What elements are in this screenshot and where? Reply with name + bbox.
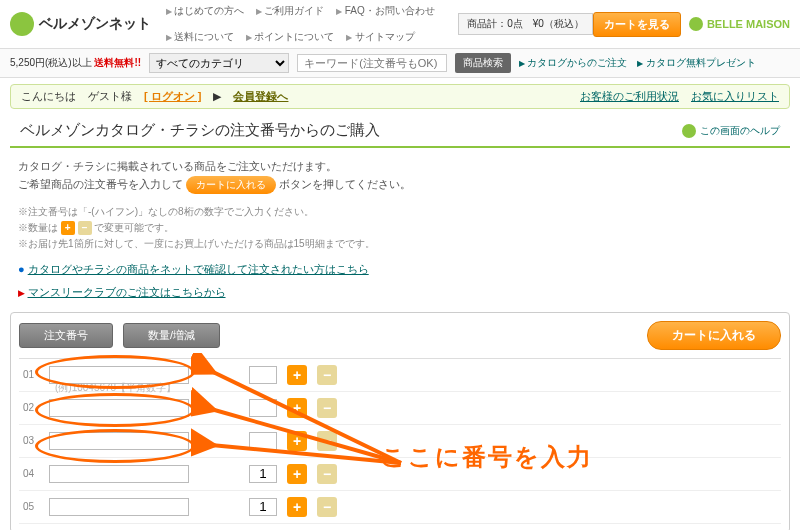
search-input[interactable] [297, 54, 447, 72]
logo-icon [10, 12, 34, 36]
qty-plus-button[interactable]: + [287, 398, 307, 418]
cart-pill-inline: カートに入れる [186, 176, 276, 194]
qty-minus-button[interactable]: − [317, 497, 337, 517]
input-example: (例)10045678【半角数字】 [55, 381, 176, 395]
qty-minus-button[interactable]: − [317, 464, 337, 484]
brand: BELLE MAISON [689, 17, 790, 31]
login-link[interactable]: [ ログオン ] [144, 89, 201, 104]
add-to-cart-button[interactable]: カートに入れる [647, 321, 781, 350]
nav-points[interactable]: ポイントについて [246, 30, 334, 44]
col-order-number[interactable]: 注文番号 [19, 323, 113, 348]
order-number-input[interactable] [49, 465, 189, 483]
qty-minus-button[interactable]: − [317, 431, 337, 451]
help-icon [682, 124, 696, 138]
order-number-input[interactable] [49, 399, 189, 417]
register-link[interactable]: 会員登録へ [233, 89, 288, 104]
order-number-input[interactable] [49, 498, 189, 516]
quantity-input[interactable] [249, 465, 277, 483]
catalog-links: カタログからのご注文 カタログ無料プレゼント [519, 56, 755, 70]
nav-sitemap[interactable]: サイトマップ [346, 30, 414, 44]
qty-minus-button[interactable]: − [317, 398, 337, 418]
qty-plus-button[interactable]: + [287, 365, 307, 385]
row-number: 03 [23, 435, 39, 446]
quantity-input[interactable] [249, 366, 277, 384]
table-row: 05+− [19, 491, 781, 524]
table-row: 03+− [19, 425, 781, 458]
qty-plus-button[interactable]: + [287, 464, 307, 484]
page-help-link[interactable]: この画面のヘルプ [682, 124, 780, 138]
qty-minus-button[interactable]: − [317, 365, 337, 385]
page-title: ベルメゾンカタログ・チラシの注文番号からのご購入 [20, 121, 380, 140]
col-quantity[interactable]: 数量/増減 [123, 323, 220, 348]
catalog-confirm-link[interactable]: カタログやチラシの商品をネットで確認して注文されたい方はこちら [28, 263, 369, 275]
favorites-link[interactable]: お気に入りリスト [691, 89, 779, 104]
plus-icon: + [61, 221, 75, 235]
table-row: 02+− [19, 392, 781, 425]
logo-text: ベルメゾンネット [39, 15, 151, 33]
logo[interactable]: ベルメゾンネット [10, 12, 151, 36]
minus-icon: − [78, 221, 92, 235]
view-cart-button[interactable]: カートを見る [593, 12, 681, 37]
qty-plus-button[interactable]: + [287, 497, 307, 517]
row-number: 05 [23, 501, 39, 512]
greeting-hello: こんにちは [21, 89, 76, 104]
cart-summary: 商品計：0点 ¥0（税込） [458, 13, 593, 35]
table-row: 04+− [19, 458, 781, 491]
notes: ※注文番号は「-(ハイフン)」なしの8桁の数字でご入力ください。 ※数量は + … [0, 204, 800, 258]
catalog-free-link[interactable]: カタログ無料プレゼント [637, 56, 755, 70]
search-button[interactable]: 商品検索 [455, 53, 511, 73]
quantity-input[interactable] [249, 498, 277, 516]
brand-icon [689, 17, 703, 31]
order-number-input[interactable] [49, 432, 189, 450]
intro-text: カタログ・チラシに掲載されている商品をご注文いただけます。 ご希望商品の注文番号… [0, 148, 800, 204]
top-nav: はじめての方へ ご利用ガイド FAQ・お問い合わせ 送料について ポイントについ… [166, 4, 458, 44]
row-number: 02 [23, 402, 39, 413]
nav-first-time[interactable]: はじめての方へ [166, 4, 244, 18]
quantity-input[interactable] [249, 432, 277, 450]
category-select[interactable]: すべてのカテゴリ [149, 53, 289, 73]
nav-guide[interactable]: ご利用ガイド [256, 4, 324, 18]
shipping-note: 5,250円(税込)以上 送料無料!! [10, 56, 141, 70]
greeting-guest: ゲスト様 [88, 89, 132, 104]
nav-faq[interactable]: FAQ・お問い合わせ [336, 4, 434, 18]
monthly-club-link[interactable]: マンスリークラブのご注文はこちらから [28, 286, 226, 298]
usage-link[interactable]: お客様のご利用状況 [580, 89, 679, 104]
order-panel: 注文番号 数量/増減 カートに入れる 01+−02+−03+−04+−05+− … [10, 312, 790, 530]
nav-shipping[interactable]: 送料について [166, 30, 234, 44]
qty-plus-button[interactable]: + [287, 431, 307, 451]
row-number: 04 [23, 468, 39, 479]
catalog-order-link[interactable]: カタログからのご注文 [519, 56, 627, 70]
row-number: 01 [23, 369, 39, 380]
greeting-bar: こんにちは ゲスト様 [ ログオン ] ▶ 会員登録へ お客様のご利用状況 お気… [10, 84, 790, 109]
quantity-input[interactable] [249, 399, 277, 417]
